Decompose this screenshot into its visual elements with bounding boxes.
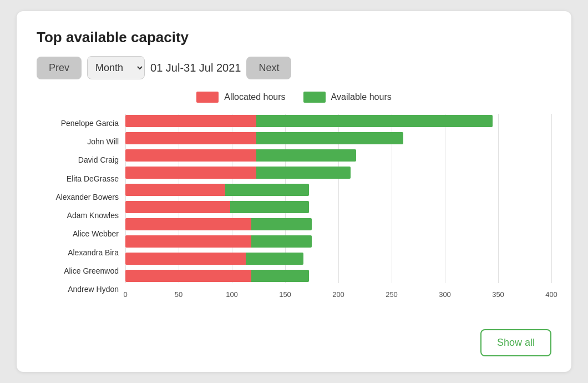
available-bar [256, 149, 356, 162]
allocated-bar [125, 115, 256, 127]
y-label: Elita DeGrasse [37, 173, 119, 185]
allocated-bar [125, 218, 251, 230]
available-bar [230, 201, 309, 213]
x-tick-label: 50 [175, 290, 183, 299]
legend-allocated: Allocated hours [196, 92, 285, 103]
allocated-bar [125, 132, 256, 144]
grid-line [551, 114, 552, 283]
prev-button[interactable]: Prev [37, 57, 82, 79]
table-row [125, 114, 551, 128]
y-label: Alexandra Bira [37, 246, 119, 259]
next-button[interactable]: Next [246, 57, 291, 79]
x-tick-label: 300 [439, 290, 451, 299]
y-label: John Will [37, 135, 119, 148]
y-label: Penelope Garcia [37, 117, 119, 129]
y-label: Alice Webber [37, 228, 119, 240]
bars-and-grid: 050100150200250300350400 [125, 114, 551, 299]
x-tick-label: 350 [492, 290, 504, 299]
available-bar [251, 270, 309, 282]
table-row [125, 183, 551, 197]
x-axis: 050100150200250300350400 [125, 285, 551, 299]
available-bar [256, 132, 403, 144]
chart-area: Penelope GarciaJohn WillDavid CraigElita… [37, 114, 551, 299]
allocated-bar [125, 270, 251, 282]
x-tick-label: 150 [279, 290, 291, 299]
table-row [125, 131, 551, 145]
available-bar [251, 218, 312, 230]
table-row [125, 165, 551, 180]
y-label: Alice Greenwod [37, 265, 119, 277]
y-axis-labels: Penelope GarciaJohn WillDavid CraigElita… [37, 114, 125, 299]
bars-container [125, 114, 551, 283]
date-range-label: 01 Jul-31 Jul 2021 [150, 62, 241, 74]
legend-allocated-box [196, 92, 219, 103]
y-label: Andrew Hydon [37, 283, 119, 295]
legend-available-box [303, 92, 326, 103]
available-bar [246, 253, 303, 265]
x-tick-label: 200 [332, 290, 344, 299]
page-title: Top available capacity [37, 29, 551, 46]
allocated-bar [125, 253, 246, 265]
table-row [125, 269, 551, 283]
controls-bar: Prev Month Week Quarter 01 Jul-31 Jul 20… [37, 56, 551, 79]
available-bar [225, 184, 309, 196]
main-card: Top available capacity Prev Month Week Q… [17, 11, 571, 372]
period-select[interactable]: Month Week Quarter [87, 56, 145, 79]
show-all-button[interactable]: Show all [480, 329, 551, 356]
table-row [125, 217, 551, 231]
legend-available-label: Available hours [331, 92, 392, 102]
legend-available: Available hours [303, 92, 392, 103]
x-tick-label: 400 [545, 290, 557, 299]
x-tick-label: 100 [226, 290, 238, 299]
table-row [125, 148, 551, 163]
allocated-bar [125, 184, 225, 196]
y-label: Adam Knowles [37, 209, 119, 221]
allocated-bar [125, 149, 256, 162]
allocated-bar [125, 201, 230, 213]
allocated-bar [125, 235, 251, 248]
chart-legend: Allocated hours Available hours [37, 92, 551, 103]
available-bar [256, 167, 351, 179]
x-tick-label: 250 [386, 290, 398, 299]
legend-allocated-label: Allocated hours [224, 92, 285, 102]
table-row [125, 234, 551, 249]
available-bar [251, 235, 312, 248]
x-tick-label: 0 [123, 290, 127, 299]
y-label: David Craig [37, 154, 119, 166]
table-row [125, 200, 551, 214]
allocated-bar [125, 167, 256, 179]
table-row [125, 251, 551, 266]
y-label: Alexander Bowers [37, 191, 119, 203]
available-bar [256, 115, 492, 127]
